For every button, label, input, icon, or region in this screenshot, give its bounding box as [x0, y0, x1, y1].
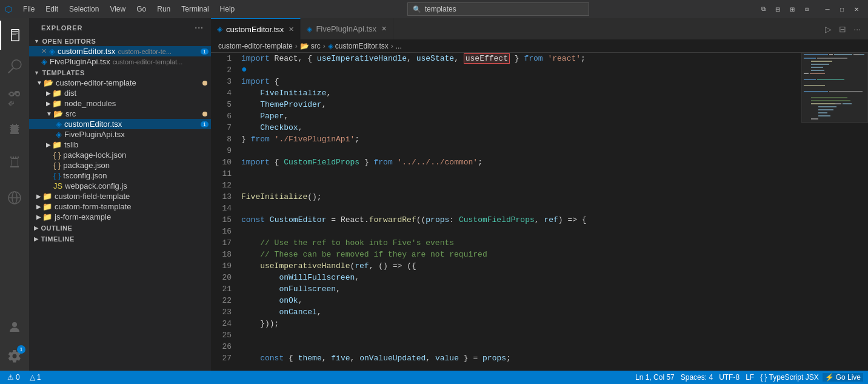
file-package-lock[interactable]: { } package-lock.json [29, 150, 211, 160]
status-encoding[interactable]: UTF-8 [716, 373, 742, 382]
layout-btn-1[interactable]: ⧉ [756, 2, 770, 16]
main-layout: 1 EXPLORER ··· ▼ OPEN EDITORS ✕ ◈ custom… [0, 18, 868, 371]
status-eol[interactable]: LF [743, 373, 756, 382]
open-editor-customEditor[interactable]: ✕ ◈ customEditor.tsx custom-editor-te...… [29, 46, 211, 56]
folder-src-icon: 📂 [53, 109, 63, 118]
menu-view[interactable]: View [105, 4, 130, 15]
open-editors-section[interactable]: ▼ OPEN EDITORS [29, 35, 211, 46]
tab-FivePluginApi[interactable]: ◈ FivePluginApi.tsx ✕ [301, 18, 393, 39]
layout-btn-3[interactable]: ⊞ [786, 2, 799, 16]
folder-dist[interactable]: ▶ 📁 dist [29, 88, 211, 98]
layout-btn-2[interactable]: ⊟ [771, 2, 784, 16]
go-live-text: Go Live [836, 373, 861, 382]
breadcrumb-more[interactable]: ... [396, 42, 402, 50]
tab-close-icon[interactable]: ✕ [289, 25, 294, 33]
folder-custom-field-template[interactable]: ▶ 📁 custom-field-template [29, 191, 211, 201]
tab-label: FivePluginApi.tsx [316, 24, 376, 33]
more-actions-button[interactable]: ··· [851, 23, 863, 35]
tsx-icon: ◈ [49, 47, 55, 56]
status-spaces[interactable]: Spaces: 4 [678, 373, 715, 382]
tab-customEditor[interactable]: ◈ customEditor.tsx ✕ [211, 18, 301, 39]
run-button[interactable]: ▷ [823, 23, 834, 35]
folder-custom-form-template[interactable]: ▶ 📁 custom-form-template [29, 201, 211, 212]
menu-file[interactable]: File [18, 4, 39, 15]
activity-extensions[interactable] [0, 147, 29, 176]
maximize-button[interactable]: □ [835, 2, 849, 16]
file-package-json[interactable]: { } package.json [29, 160, 211, 170]
status-go-live[interactable]: ⚡ Go Live [823, 373, 863, 382]
split-editor-button[interactable]: ⊟ [836, 23, 849, 35]
folder-icon: 📁 [42, 192, 52, 201]
templates-section[interactable]: ▼ TEMPLATES [29, 67, 211, 78]
breadcrumb-file[interactable]: ◈customEditor.tsx [328, 42, 389, 50]
modification-badge: 1 [201, 121, 209, 127]
outline-section[interactable]: ▶ OUTLINE [29, 222, 211, 233]
activity-bar: 1 [0, 18, 29, 371]
search-input[interactable]: 🔍 templates [407, 2, 589, 16]
open-editors-chevron: ▼ [34, 38, 39, 44]
close-icon[interactable]: ✕ [41, 47, 47, 55]
activity-search[interactable] [0, 52, 29, 81]
folder-js-form-example[interactable]: ▶ 📁 js-form-example [29, 212, 211, 222]
svg-rect-32 [801, 53, 868, 123]
menu-run[interactable]: Run [152, 4, 175, 15]
language-text: { } TypeScript JSX [760, 373, 819, 382]
settings-badge: 1 [17, 345, 25, 354]
folder-expand-icon: ▶ [46, 100, 51, 107]
outline-chevron: ▶ [34, 225, 39, 231]
status-warnings[interactable]: △ 1 [27, 371, 44, 384]
file-name: customEditor.tsx [64, 120, 122, 129]
file-webpack-config[interactable]: JS webpack.config.js [29, 181, 211, 191]
modification-badge: 1 [201, 49, 209, 55]
open-editors-label: OPEN EDITORS [42, 38, 96, 45]
activity-source-control[interactable] [0, 84, 29, 113]
sidebar-more-button[interactable]: ··· [195, 23, 204, 33]
breadcrumb: custom-editor-template › 📂src › ◈customE… [211, 39, 868, 53]
status-language[interactable]: { } TypeScript JSX [758, 373, 821, 382]
folder-src[interactable]: ▼ 📂 src [29, 109, 211, 119]
file-customEditor[interactable]: ◈ customEditor.tsx 1 [29, 119, 211, 129]
folder-tslib[interactable]: ▶ 📁 tslib [29, 140, 211, 150]
file-name: tsconfig.json [63, 171, 107, 180]
menu-help[interactable]: Help [215, 4, 240, 15]
activity-run-debug[interactable] [0, 115, 29, 144]
breadcrumb-root[interactable]: custom-editor-template [218, 42, 293, 50]
layout-btn-4[interactable]: ⧈ [800, 2, 813, 16]
open-editor-name: customEditor.tsx [58, 47, 115, 56]
folder-icon: 📂 [44, 78, 53, 87]
menu-edit[interactable]: Edit [41, 4, 63, 15]
folder-node-modules[interactable]: ▶ 📁 node_modules [29, 98, 211, 109]
folder-expand-icon: ▶ [36, 193, 41, 200]
file-tsconfig[interactable]: { } tsconfig.json [29, 170, 211, 181]
menu-selection[interactable]: Selection [64, 4, 104, 15]
status-cursor[interactable]: Ln 1, Col 57 [633, 373, 677, 382]
activity-explorer[interactable] [0, 21, 29, 50]
encoding-text: UTF-8 [719, 373, 739, 382]
menu-terminal[interactable]: Terminal [176, 4, 213, 15]
templates-label: TEMPLATES [42, 69, 84, 76]
folder-custom-editor-template[interactable]: ▼ 📂 custom-editor-template [29, 78, 211, 88]
window-controls: ⧉ ⊟ ⊞ ⧈ ─ □ ✕ [756, 2, 863, 16]
breadcrumb-src[interactable]: 📂src [300, 42, 321, 50]
sidebar-title: EXPLORER [41, 24, 83, 32]
close-button[interactable]: ✕ [850, 2, 863, 16]
folder-name: tslib [64, 140, 78, 149]
code-editor: 12345 678910 1112131415 1617181920 21222… [211, 53, 868, 371]
warning-icon: △ [30, 373, 35, 382]
folder-name: custom-field-template [55, 192, 130, 201]
minimize-button[interactable]: ─ [821, 2, 834, 16]
folder-icon: 📁 [42, 202, 52, 211]
open-editor-name: FivePluginApi.tsx [50, 57, 110, 66]
menu-go[interactable]: Go [132, 4, 151, 15]
folder-icon: 📁 [52, 140, 62, 149]
activity-settings[interactable]: 1 [0, 342, 29, 371]
open-editor-FivePluginApi[interactable]: ◈ FivePluginApi.tsx custom-editor-templa… [29, 56, 211, 67]
timeline-section[interactable]: ▶ TIMELINE [29, 233, 211, 244]
activity-remote-explorer[interactable] [0, 183, 29, 212]
file-FivePluginApi[interactable]: ◈ FivePluginApi.tsx [29, 129, 211, 140]
code-content[interactable]: import React, { useImperativeHandle, use… [236, 53, 801, 371]
tab-close-icon[interactable]: ✕ [381, 25, 387, 33]
status-errors[interactable]: ⚠ 0 [5, 371, 22, 384]
activity-account[interactable] [0, 312, 29, 342]
open-editor-path: custom-editor-templat... [113, 58, 183, 66]
